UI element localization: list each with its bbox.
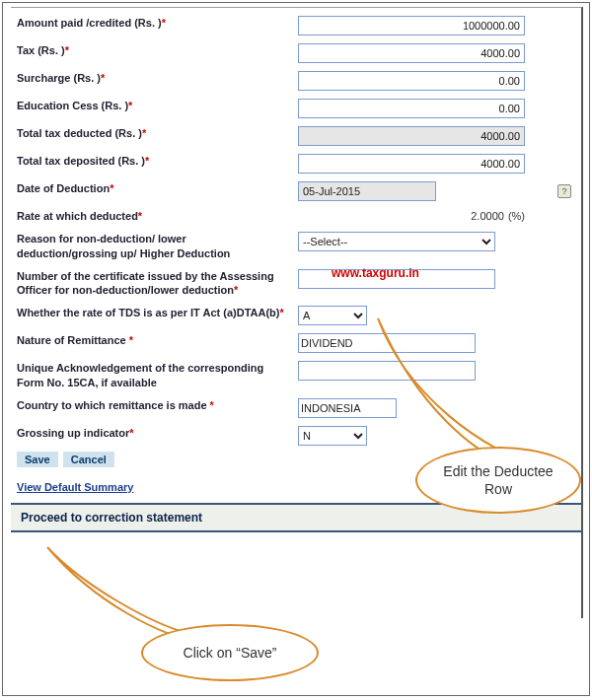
label-country: Country to which remittance is made * [17,398,298,413]
row-total-deducted: Total tax deducted (Rs. )* [17,126,571,146]
label-nature: Nature of Remittance * [17,333,298,348]
input-edu-cess[interactable] [298,99,525,118]
label-cert-number: Number of the certificate issued by the … [17,269,298,299]
label-date-deduction: Date of Deduction* [17,181,298,196]
label-unique-ack: Unique Acknowledgement of the correspond… [17,361,298,390]
callout-edit: Edit the Deductee Row [415,447,581,514]
callout-edit-text: Edit the Deductee Row [435,462,561,498]
input-date-deduction[interactable] [298,181,436,201]
label-reason: Reason for non-deduction/ lower deductio… [17,232,298,261]
window-frame: Amount paid /credited (Rs. )* Tax (Rs. )… [2,2,590,696]
label-tds-per-act: Whether the rate of TDS is as per IT Act… [17,306,298,320]
value-rate: 2.0000 [471,209,504,224]
label-edu-cess: Education Cess (Rs. )* [17,99,298,113]
view-default-summary-link[interactable]: View Default Summary [17,481,133,493]
input-tax[interactable] [298,43,525,63]
help-icon[interactable]: ? [557,184,571,198]
cancel-button[interactable]: Cancel [63,452,114,467]
input-surcharge[interactable] [298,71,525,91]
label-tax: Tax (Rs. )* [17,43,298,58]
watermark-text: www.taxguru.in [332,266,419,280]
row-cert-number: Number of the certificate issued by the … [17,269,571,299]
label-total-deducted: Total tax deducted (Rs. )* [17,126,298,141]
label-amount-paid: Amount paid /credited (Rs. )* [17,16,298,31]
label-total-deposited: Total tax deposited (Rs. )* [17,154,298,169]
label-surcharge: Surcharge (Rs. )* [17,71,298,86]
callout-save: Click on “Save” [141,624,319,681]
select-grossing[interactable]: N [298,426,367,446]
row-edu-cess: Education Cess (Rs. )* [17,99,571,118]
row-rate: Rate at which deducted* 2.0000 (%) [17,209,571,224]
row-tax: Tax (Rs. )* [17,43,571,63]
select-reason[interactable]: --Select-- [298,232,495,251]
input-total-deducted [298,126,525,146]
label-grossing: Grossing up indicator* [17,426,298,441]
row-total-deposited: Total tax deposited (Rs. )* [17,154,571,174]
row-surcharge: Surcharge (Rs. )* [17,71,571,91]
row-reason: Reason for non-deduction/ lower deductio… [17,232,571,261]
save-button[interactable]: Save [17,452,58,467]
input-amount-paid[interactable] [298,16,525,35]
label-rate: Rate at which deducted* [17,209,298,224]
input-total-deposited[interactable] [298,154,525,174]
select-tds-per-act[interactable]: A [298,306,367,325]
row-date-deduction: Date of Deduction* ? [17,181,571,201]
row-amount-paid: Amount paid /credited (Rs. )* [17,16,571,35]
callout-save-text: Click on “Save” [184,644,277,662]
unit-rate: (%) [508,209,525,224]
